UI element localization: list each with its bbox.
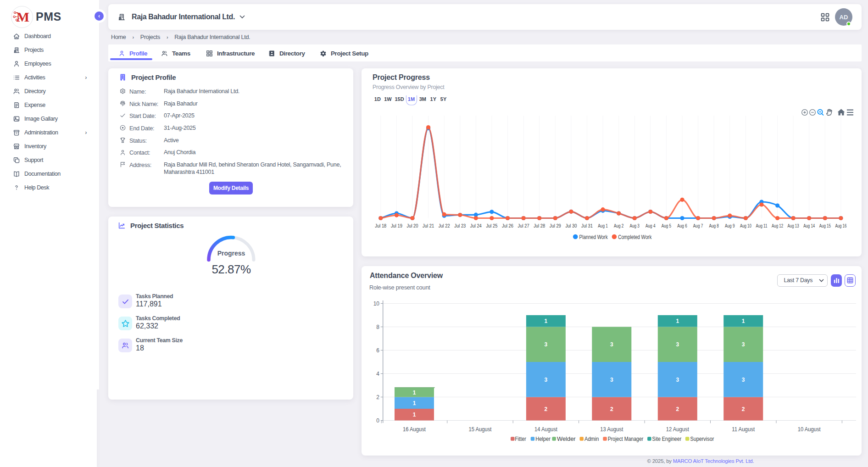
svg-text:Jul 24: Jul 24 <box>470 222 482 228</box>
svg-text:6: 6 <box>376 347 379 354</box>
svg-text:Supervisor: Supervisor <box>690 436 714 442</box>
svg-text:Aug 8: Aug 8 <box>709 222 719 228</box>
svg-text:2: 2 <box>610 406 613 412</box>
svg-text:Aug 7: Aug 7 <box>693 222 703 228</box>
svg-text:Aug 1: Aug 1 <box>598 222 608 228</box>
svg-text:3: 3 <box>742 377 745 383</box>
svg-text:14 August: 14 August <box>534 426 557 433</box>
svg-text:Welder: Welder <box>557 436 576 442</box>
svg-text:1: 1 <box>742 318 745 324</box>
svg-text:1: 1 <box>676 318 679 324</box>
svg-text:M: M <box>17 9 29 24</box>
svg-text:Jul 26: Jul 26 <box>502 222 513 228</box>
svg-text:Project Manager: Project Manager <box>608 436 644 442</box>
svg-text:Jul 19: Jul 19 <box>391 222 402 228</box>
svg-text:4: 4 <box>376 371 379 377</box>
svg-text:Aug 13: Aug 13 <box>788 222 799 228</box>
svg-text:15 August: 15 August <box>469 426 492 433</box>
svg-text:Aug 6: Aug 6 <box>677 222 687 228</box>
svg-text:Jul 30: Jul 30 <box>565 222 577 228</box>
svg-text:Jul 25: Jul 25 <box>486 222 497 228</box>
svg-text:Aug 9: Aug 9 <box>725 222 735 228</box>
svg-text:3: 3 <box>610 377 613 383</box>
svg-text:Jul 22: Jul 22 <box>439 222 450 228</box>
svg-text:Jul 27: Jul 27 <box>518 222 529 228</box>
svg-text:1: 1 <box>413 389 416 396</box>
svg-text:2: 2 <box>742 406 745 412</box>
svg-text:Aug 5: Aug 5 <box>662 222 672 228</box>
svg-text:Aug 16: Aug 16 <box>835 222 846 228</box>
svg-text:Jul 20: Jul 20 <box>407 222 418 228</box>
svg-text:Jul 29: Jul 29 <box>550 222 561 228</box>
svg-text:10 August: 10 August <box>798 426 821 433</box>
svg-text:3: 3 <box>676 341 679 348</box>
svg-text:Aug 4: Aug 4 <box>645 222 656 228</box>
svg-text:Aug 15: Aug 15 <box>819 222 831 228</box>
svg-text:Helper: Helper <box>535 436 551 442</box>
svg-text:Jul 21: Jul 21 <box>423 222 434 228</box>
svg-text:12 August: 12 August <box>666 426 689 433</box>
svg-text:16 August: 16 August <box>403 426 426 433</box>
svg-text:Planned Work: Planned Work <box>579 234 608 240</box>
svg-text:3: 3 <box>545 341 548 348</box>
svg-text:Aug 12: Aug 12 <box>772 222 783 228</box>
svg-text:3: 3 <box>742 341 745 348</box>
svg-text:Aug 3: Aug 3 <box>629 222 640 228</box>
svg-text:Site Engineer: Site Engineer <box>652 436 682 442</box>
svg-text:10: 10 <box>373 300 380 307</box>
svg-text:11 August: 11 August <box>732 426 755 433</box>
svg-text:Completed Work: Completed Work <box>618 234 652 240</box>
svg-text:1: 1 <box>413 400 416 406</box>
svg-text:Aug 2: Aug 2 <box>614 222 624 228</box>
svg-text:2: 2 <box>376 394 379 400</box>
svg-text:3: 3 <box>545 377 548 383</box>
svg-text:8: 8 <box>376 324 379 330</box>
svg-text:Aug 10: Aug 10 <box>740 222 751 228</box>
svg-text:Jul 23: Jul 23 <box>454 222 466 228</box>
svg-text:0: 0 <box>376 417 379 424</box>
svg-text:Aug 14: Aug 14 <box>803 222 815 228</box>
svg-text:Fitter: Fitter <box>515 436 526 442</box>
svg-text:3: 3 <box>676 377 679 383</box>
svg-text:Jul 28: Jul 28 <box>534 222 545 228</box>
svg-text:Jul 31: Jul 31 <box>581 222 593 228</box>
svg-text:1: 1 <box>413 411 416 418</box>
svg-text:Admin: Admin <box>584 436 599 442</box>
svg-text:Jul 18: Jul 18 <box>375 222 386 228</box>
svg-text:3: 3 <box>610 341 613 348</box>
svg-text:2: 2 <box>676 406 679 412</box>
svg-text:1: 1 <box>545 318 548 324</box>
svg-text:13 August: 13 August <box>600 426 623 433</box>
svg-text:Aug 11: Aug 11 <box>756 222 768 228</box>
svg-text:2: 2 <box>545 406 548 412</box>
